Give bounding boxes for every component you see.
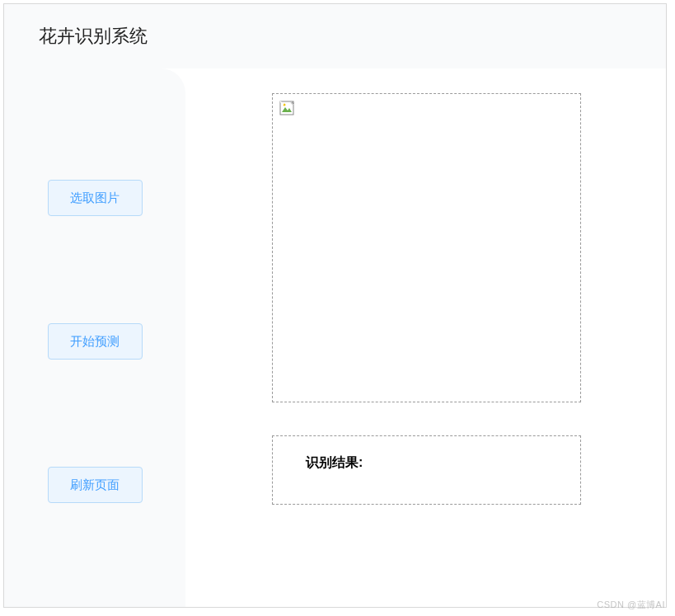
start-predict-label: 开始预测: [70, 334, 120, 350]
sidebar: 选取图片 开始预测 刷新页面: [4, 68, 185, 607]
watermark: CSDN @蓝博AI: [597, 599, 665, 611]
body-area: 选取图片 开始预测 刷新页面: [4, 68, 666, 607]
app-window: 花卉识别系统 选取图片 开始预测 刷新页面: [3, 3, 667, 608]
start-predict-button[interactable]: 开始预测: [48, 323, 143, 360]
result-label: 识别结果:: [306, 454, 547, 472]
broken-image-icon: [279, 101, 294, 115]
main-area: 识别结果:: [185, 68, 666, 607]
image-preview-box[interactable]: [272, 93, 581, 402]
header: 花卉识别系统: [4, 4, 666, 68]
select-image-button[interactable]: 选取图片: [48, 180, 143, 216]
page-title: 花卉识别系统: [39, 24, 148, 49]
refresh-page-label: 刷新页面: [70, 477, 120, 493]
refresh-page-button[interactable]: 刷新页面: [48, 467, 143, 503]
select-image-label: 选取图片: [70, 190, 120, 206]
result-box: 识别结果:: [272, 435, 581, 505]
